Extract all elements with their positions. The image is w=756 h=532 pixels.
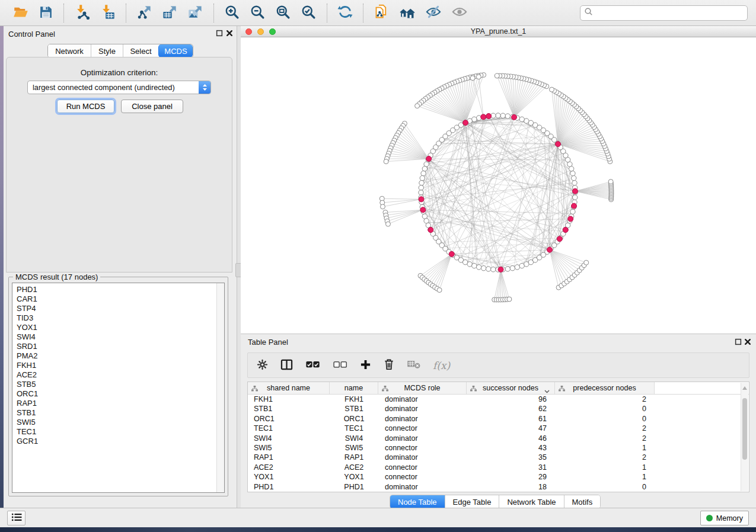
hierarchy-icon [559, 385, 565, 393]
mcds-result-item[interactable]: STB1 [12, 408, 216, 418]
export-image-button[interactable] [184, 3, 206, 23]
column-label: shared name [267, 384, 310, 392]
home-view-button[interactable] [396, 2, 419, 23]
delete-table-button[interactable] [406, 359, 421, 371]
mcds-result-item[interactable]: YOX1 [12, 323, 216, 332]
open-file-button[interactable] [10, 3, 32, 23]
mcds-result-listbox[interactable]: PHD1CAR1STP4TID3YOX1SWI4SRD1PMA2FKH1ACE2… [12, 283, 225, 493]
scrollbar-up-arrow[interactable] [742, 386, 747, 390]
column-header-name[interactable]: name [330, 382, 378, 394]
close-table-panel-icon[interactable] [744, 338, 752, 348]
mcds-result-title: MCDS result (17 nodes) [13, 273, 100, 281]
desktop-wallpaper-bottom [0, 527, 756, 532]
mcds-result-item[interactable]: TID3 [12, 313, 216, 323]
table-row[interactable]: SWI5SWI5connector431 [248, 443, 749, 453]
tab-motifs[interactable]: Motifs [564, 495, 601, 508]
add-column-button[interactable] [359, 358, 372, 373]
save-session-button[interactable] [36, 4, 56, 23]
tab-style[interactable]: Style [91, 44, 123, 57]
mcds-result-item[interactable]: SRD1 [12, 342, 216, 351]
refresh-button[interactable] [334, 3, 356, 23]
table-row[interactable]: PHD1PHD1dominator180 [248, 482, 749, 492]
export-network-button[interactable] [133, 3, 155, 23]
mcds-result-item[interactable]: ACE2 [12, 370, 216, 380]
tab-node-table[interactable]: Node Table [390, 495, 445, 508]
table-cell: dominator [378, 414, 467, 424]
mcds-result-item[interactable]: PMA2 [12, 351, 216, 361]
plus-icon [360, 359, 371, 372]
deselect-all-button[interactable] [332, 360, 348, 371]
mcds-result-item[interactable]: PHD1 [12, 285, 216, 294]
mcds-result-item[interactable]: RAP1 [12, 399, 216, 408]
mcds-result-item[interactable]: SWI4 [12, 332, 216, 342]
column-label: MCDS role [404, 384, 440, 392]
zoom-selected-button[interactable] [298, 3, 320, 23]
criterion-select[interactable]: largest connected component (undirected) [27, 81, 211, 94]
export-network-icon [136, 4, 152, 22]
network-canvas[interactable] [241, 37, 756, 334]
mcds-result-item[interactable]: SWI5 [12, 418, 216, 427]
zoom-fit-button[interactable] [272, 3, 294, 23]
tab-network[interactable]: Network [48, 44, 91, 57]
float-panel-icon[interactable] [215, 29, 224, 39]
column-header-successor-nodes[interactable]: successor nodes [467, 382, 555, 394]
table-row[interactable]: YOX1YOX1connector291 [248, 472, 749, 482]
control-panel-title: Control Panel [8, 30, 55, 39]
tab-mcds[interactable]: MCDS [158, 44, 193, 57]
mcds-result-item[interactable]: TEC1 [12, 427, 216, 437]
copy-network-button[interactable] [371, 3, 393, 23]
scrollbar-thumb[interactable] [742, 398, 747, 460]
mcds-list-scrollbar[interactable] [216, 283, 224, 492]
memory-button[interactable]: Memory [700, 511, 749, 525]
show-graphics-button[interactable] [448, 2, 471, 23]
float-table-panel-icon[interactable] [734, 338, 742, 348]
table-cell: connector [378, 443, 467, 453]
select-all-button[interactable] [305, 360, 321, 371]
function-builder-button[interactable]: f(x) [432, 359, 451, 372]
column-header-predecessor-nodes[interactable]: predecessor nodes [555, 382, 655, 394]
show-columns-button[interactable] [280, 358, 294, 373]
export-table-button[interactable] [159, 3, 181, 23]
mcds-result-item[interactable]: FKH1 [12, 361, 216, 370]
table-scrollbar[interactable] [741, 383, 748, 491]
tab-edge-table[interactable]: Edge Table [445, 495, 499, 508]
tab-select[interactable]: Select [123, 44, 158, 57]
table-cell: SWI5 [330, 443, 378, 453]
table-cell: 62 [467, 404, 555, 414]
import-network-button[interactable] [71, 3, 93, 23]
search-box[interactable] [580, 5, 748, 21]
import-table-button[interactable] [97, 3, 119, 23]
mcds-result-item[interactable]: ORC1 [12, 389, 216, 399]
table-cell: dominator [378, 404, 467, 414]
table-row[interactable]: ORC1ORC1dominator610 [248, 414, 749, 424]
zoom-in-button[interactable] [221, 3, 243, 23]
table-row[interactable]: FKH1FKH1dominator962 [248, 395, 749, 404]
table-row[interactable]: RAP1RAP1dominator352 [248, 453, 749, 462]
table-row[interactable]: SWI4SWI4dominator462 [248, 434, 749, 443]
show-panels-menu-button[interactable] [7, 511, 25, 525]
hide-graphics-button[interactable] [422, 2, 445, 23]
column-header-shared-name[interactable]: shared name [248, 382, 330, 394]
mcds-result-item[interactable]: CAR1 [12, 294, 216, 304]
network-view-window: YPA_prune.txt_1 [241, 26, 756, 334]
network-window-titlebar[interactable]: YPA_prune.txt_1 [241, 26, 756, 37]
table-row[interactable]: ACE2ACE2connector311 [248, 463, 749, 472]
column-header-mcds-role[interactable]: MCDS role [378, 382, 467, 394]
mcds-result-item[interactable]: STP4 [12, 304, 216, 313]
mcds-result-item[interactable]: GCR1 [12, 437, 216, 446]
fx-icon: f(x) [433, 360, 450, 371]
close-panel-icon[interactable] [225, 29, 234, 39]
mcds-result-item[interactable]: STB5 [12, 380, 216, 389]
search-input[interactable] [596, 8, 744, 18]
zoom-out-button[interactable] [247, 3, 269, 23]
table-settings-button[interactable] [256, 358, 269, 373]
mcds-result-group: MCDS result (17 nodes) PHD1CAR1STP4TID3Y… [8, 277, 228, 496]
delete-column-button[interactable] [383, 358, 395, 373]
tab-network-table[interactable]: Network Table [499, 495, 563, 508]
run-mcds-button[interactable]: Run MCDS [57, 100, 114, 113]
table-row[interactable]: TEC1TEC1connector472 [248, 424, 749, 433]
table-row[interactable]: STB1STB1dominator620 [248, 404, 749, 414]
toolbar-separator [213, 4, 214, 23]
close-panel-button[interactable]: Close panel [121, 100, 183, 113]
cytoscape-window: Control Panel Network Style Select MCDS … [0, 0, 756, 532]
